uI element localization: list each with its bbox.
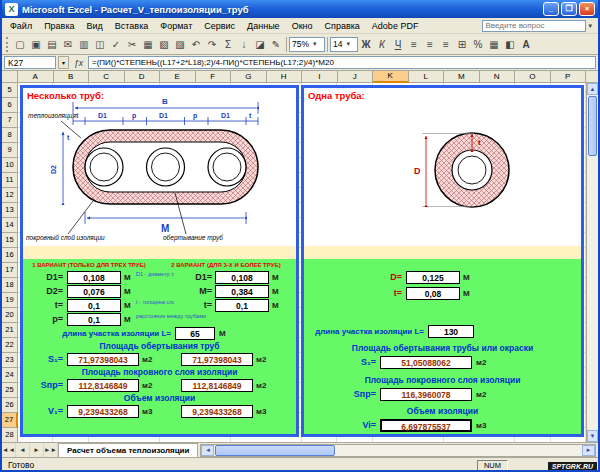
horizontal-scrollbar[interactable]: ◄ ► xyxy=(200,444,596,457)
last-sheet-button[interactable]: ►► xyxy=(44,443,58,457)
copy-icon[interactable]: ▦ xyxy=(140,36,156,53)
row-header-23[interactable]: 23 xyxy=(2,353,18,368)
menu-item-6[interactable]: Данные xyxy=(241,20,286,32)
column-header-D[interactable]: D xyxy=(125,71,161,83)
print-icon[interactable]: ▥ xyxy=(76,36,92,53)
row-header-6[interactable]: 6 xyxy=(2,98,18,113)
horizontal-scroll-thumb[interactable] xyxy=(215,445,335,456)
column-header-J[interactable]: J xyxy=(338,71,374,83)
column-header-I[interactable]: I xyxy=(302,71,338,83)
row-header-5[interactable]: 5 xyxy=(2,83,18,98)
name-box[interactable]: K27 xyxy=(4,56,56,69)
save-icon[interactable]: ▤ xyxy=(44,36,60,53)
row-header-20[interactable]: 20 xyxy=(2,308,18,323)
autosum-icon[interactable]: Σ xyxy=(220,36,236,53)
v-result-cell[interactable]: 9,239433268 xyxy=(67,405,139,418)
first-sheet-button[interactable]: ◄◄ xyxy=(2,443,16,457)
vertical-scroll-thumb[interactable] xyxy=(588,96,597,156)
t-input-cell[interactable]: 0,1 xyxy=(67,299,121,312)
row-header-26[interactable]: 26 xyxy=(2,398,18,413)
scroll-up-icon[interactable]: ▲ xyxy=(587,83,598,95)
vi-result-cell-selected[interactable]: 6,697875537 xyxy=(380,419,472,432)
font-color-icon[interactable]: А xyxy=(518,36,534,53)
column-header-A[interactable]: A xyxy=(18,71,54,83)
sort-ascending-icon[interactable]: ↓ xyxy=(236,36,252,53)
spr-result-cell[interactable]: 112,8146849 xyxy=(67,379,139,392)
column-header-O[interactable]: O xyxy=(515,71,551,83)
row-header-7[interactable]: 7 xyxy=(2,113,18,128)
menu-item-7[interactable]: Окно xyxy=(286,20,319,32)
minimize-button[interactable]: _ xyxy=(543,2,559,16)
row-header-13[interactable]: 13 xyxy=(2,203,18,218)
sheet-tab-active[interactable]: Расчет объема теплоизоляции xyxy=(58,443,198,457)
format-painter-icon[interactable]: ▨ xyxy=(172,36,188,53)
scroll-down-icon[interactable]: ▼ xyxy=(587,430,598,442)
row-header-22[interactable]: 22 xyxy=(2,338,18,353)
row-header-16[interactable]: 16 xyxy=(2,248,18,263)
prev-sheet-button[interactable]: ◄ xyxy=(16,443,30,457)
p-input-cell[interactable]: 0,1 xyxy=(67,313,121,326)
s1b-result-cell[interactable]: 71,97398043 xyxy=(181,353,253,366)
spelling-icon[interactable]: ✓ xyxy=(108,36,124,53)
menu-item-3[interactable]: Вставка xyxy=(109,20,154,32)
column-header-N[interactable]: N xyxy=(480,71,516,83)
menu-item-9[interactable]: Adobe PDF xyxy=(366,20,425,32)
merge-center-icon[interactable]: ⊞ xyxy=(454,36,470,53)
align-center-icon[interactable]: ≡ xyxy=(422,36,438,53)
d-input-cell[interactable]: 0,125 xyxy=(406,271,460,284)
column-header-C[interactable]: C xyxy=(89,71,125,83)
column-header-F[interactable]: F xyxy=(196,71,232,83)
column-header-B[interactable]: B xyxy=(54,71,90,83)
chart-wizard-icon[interactable]: ◪ xyxy=(252,36,268,53)
print-preview-icon[interactable]: ◫ xyxy=(92,36,108,53)
s1-result-cell[interactable]: 51,05088062 xyxy=(380,356,472,369)
vb-result-cell[interactable]: 9,239433268 xyxy=(181,405,253,418)
menu-item-4[interactable]: Формат xyxy=(154,20,198,32)
maximize-button[interactable]: ❐ xyxy=(561,2,577,16)
question-input[interactable] xyxy=(482,20,586,32)
chevron-down-icon[interactable]: ▾ xyxy=(586,22,594,30)
row-header-8[interactable]: 8 xyxy=(2,128,18,143)
align-right-icon[interactable]: ≡ xyxy=(438,36,454,53)
row-header-12[interactable]: 12 xyxy=(2,188,18,203)
row-header-24[interactable]: 24 xyxy=(2,368,18,383)
paste-icon[interactable]: ▧ xyxy=(156,36,172,53)
column-header-E[interactable]: E xyxy=(160,71,196,83)
scroll-left-icon[interactable]: ◄ xyxy=(201,445,214,456)
align-left-icon[interactable]: ≡ xyxy=(406,36,422,53)
column-header-H[interactable]: H xyxy=(267,71,303,83)
close-button[interactable]: × xyxy=(579,2,595,16)
redo-icon[interactable]: ↷ xyxy=(204,36,220,53)
new-icon[interactable]: ▢ xyxy=(12,36,28,53)
spr-result-cell[interactable]: 116,3960078 xyxy=(380,388,472,401)
vertical-scrollbar[interactable]: ▲ ▼ xyxy=(586,83,598,442)
sprb-result-cell[interactable]: 112,8146849 xyxy=(181,379,253,392)
t-input-cell[interactable]: 0,08 xyxy=(406,287,460,300)
column-header-K[interactable]: K xyxy=(373,71,409,83)
length-input-cell[interactable]: 130 xyxy=(428,325,474,338)
scroll-right-icon[interactable]: ► xyxy=(582,445,595,456)
row-header-27[interactable]: 27 xyxy=(2,413,18,428)
row-header-10[interactable]: 10 xyxy=(2,158,18,173)
row-header-9[interactable]: 9 xyxy=(2,143,18,158)
menu-item-2[interactable]: Вид xyxy=(81,20,109,32)
d1-input-cell[interactable]: 0,108 xyxy=(67,271,121,284)
insert-function-button[interactable]: ƒx xyxy=(71,58,86,68)
row-header-15[interactable]: 15 xyxy=(2,233,18,248)
row-header-11[interactable]: 11 xyxy=(2,173,18,188)
drawing-icon[interactable]: ✎ xyxy=(268,36,284,53)
menu-item-1[interactable]: Правка xyxy=(38,20,80,32)
row-header-17[interactable]: 17 xyxy=(2,263,18,278)
row-header-25[interactable]: 25 xyxy=(2,383,18,398)
d1b-input-cell[interactable]: 0,108 xyxy=(215,271,269,284)
menu-item-8[interactable]: Справка xyxy=(319,20,366,32)
t2-input-cell[interactable]: 0,1 xyxy=(215,299,269,312)
email-icon[interactable]: ✉ xyxy=(60,36,76,53)
m-input-cell[interactable]: 0,384 xyxy=(215,285,269,298)
percent-style-icon[interactable]: % xyxy=(470,36,486,53)
fill-color-icon[interactable]: ◧ xyxy=(502,36,518,53)
row-header-21[interactable]: 21 xyxy=(2,323,18,338)
column-header-P[interactable]: P xyxy=(551,71,587,83)
column-header-G[interactable]: G xyxy=(231,71,267,83)
column-header-M[interactable]: M xyxy=(444,71,480,83)
